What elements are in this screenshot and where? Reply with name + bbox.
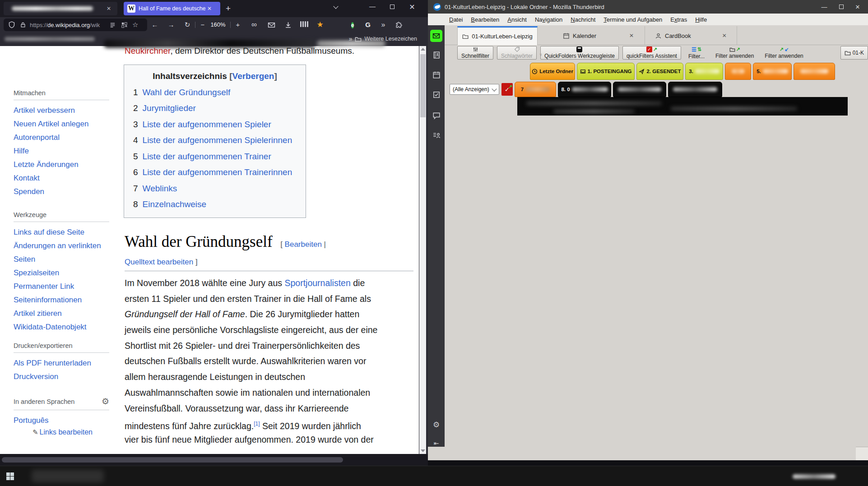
sidebar-link[interactable]: Spenden <box>14 185 109 199</box>
sidebar-link[interactable]: Permanenter Link <box>14 280 109 293</box>
quickfolders-tab[interactable] <box>794 63 835 80</box>
sidebar-link[interactable]: Artikel zitieren <box>14 307 109 320</box>
toc-item[interactable]: 5Liste der aufgenommenen Trainer <box>133 152 306 162</box>
quickfolders-tab[interactable]: 3. <box>685 63 723 80</box>
new-tab-button[interactable]: + <box>226 4 231 14</box>
settings-gear-icon[interactable]: ⚙ <box>430 419 442 431</box>
quickfolders-tab[interactable]: 2. GESENDET <box>636 63 683 80</box>
menu-navigation[interactable]: Navigation <box>531 16 566 23</box>
url-text[interactable]: https://de.wikipedia.org/wik <box>30 22 107 28</box>
window-minimize-button[interactable]: — <box>365 3 380 10</box>
reload-icon[interactable]: ↻ <box>182 20 192 29</box>
quickfilters-assistant-button[interactable]: ✓↗quickFilters Assistent <box>622 46 681 60</box>
reader-mode-icon[interactable] <box>109 22 116 28</box>
schnellfilter-button[interactable]: Schnellfilter <box>457 46 493 60</box>
toc-item[interactable]: 2Jurymitglieder <box>133 103 306 113</box>
edit-source-link[interactable]: Quelltext bearbeiten <box>125 258 193 266</box>
sidebar-link[interactable]: Wikidata-Datenobjekt <box>14 320 109 334</box>
scroll-up-arrow[interactable] <box>421 48 425 51</box>
zoom-out-icon[interactable]: − <box>198 20 208 29</box>
toc-item[interactable]: 3Liste der aufgenommenen Spieler <box>133 120 306 130</box>
quickfolders-tab[interactable]: 1. POSTEINGANG <box>577 63 635 80</box>
tab-cardbook[interactable]: CardBook ✕ <box>650 26 737 45</box>
addressbook-space-button[interactable] <box>430 49 442 61</box>
toc-item[interactable]: 8Einzelnachweise <box>133 199 306 209</box>
filter-anwenden-button-2[interactable]: ↗↙Filter anwenden <box>761 46 807 60</box>
schlagwoerter-button[interactable]: Schlagwörter∨ <box>497 46 537 60</box>
quickfolders-tab[interactable]: 7 <box>515 82 556 97</box>
toc-item[interactable]: 4Liste der aufgenommenen Spielerinnen <box>133 135 306 145</box>
zoom-in-icon[interactable]: + <box>233 20 243 29</box>
collapse-toolbar-icon[interactable]: ⇤ <box>430 437 442 449</box>
tab-mail-folder[interactable]: 01-KulturLeben-Leipzig - <box>457 26 538 45</box>
tab-kalender[interactable]: Kalender ✕ <box>558 26 645 45</box>
quickfolders-tab[interactable]: 5. <box>753 63 792 80</box>
start-button[interactable] <box>6 472 14 480</box>
mail-extension-icon[interactable] <box>266 20 276 29</box>
sidebar-link[interactable]: Seiteninformationen <box>14 293 109 307</box>
fence-extension-icon[interactable] <box>299 20 309 29</box>
window-maximize-button[interactable] <box>385 3 400 10</box>
window-close-button[interactable]: ✕ <box>850 4 865 10</box>
tab-close-icon[interactable]: ✕ <box>629 32 634 39</box>
quickfolders-tab[interactable] <box>668 82 722 97</box>
filter-anwenden-button[interactable]: ↗Filter anwenden <box>712 46 757 60</box>
toc-item[interactable]: 7Weblinks <box>133 184 306 194</box>
quickfolders-category-select[interactable]: (Alle Anzeigen) <box>450 84 499 95</box>
toc-item[interactable]: 1Wahl der Gründungself <box>133 88 306 97</box>
sidebar-link[interactable]: Kontakt <box>14 171 109 185</box>
browser-tab-blurred[interactable]: ✕ <box>4 2 117 15</box>
tasks-space-button[interactable] <box>430 88 442 101</box>
quickfolders-toolbar-button[interactable]: QuickFolders Werkzeugleiste <box>540 46 619 60</box>
quickfolders-tab[interactable] <box>725 63 751 80</box>
menu-datei[interactable]: Datei <box>445 16 467 23</box>
container-grid-icon[interactable] <box>121 22 128 28</box>
downloads-icon[interactable] <box>283 20 293 29</box>
tracking-shield-icon[interactable] <box>8 21 15 28</box>
edit-link[interactable]: Bearbeiten <box>285 240 322 249</box>
ecosia-icon[interactable]: e <box>348 20 357 29</box>
zoom-level[interactable]: 160% <box>209 20 227 29</box>
infinity-extension-icon[interactable]: ∞ <box>249 20 259 29</box>
calendar-space-button[interactable] <box>430 69 442 81</box>
scrollbar-thumb[interactable] <box>2 457 343 463</box>
menu-ansicht[interactable]: Ansicht <box>503 16 531 23</box>
browser-vertical-scrollbar[interactable] <box>419 46 426 454</box>
language-settings-gear-icon[interactable]: ⚙ <box>102 396 109 407</box>
lock-icon[interactable] <box>20 22 26 28</box>
window-close-button[interactable]: ✕ <box>404 3 420 11</box>
scrollbar-thumb[interactable] <box>420 54 426 117</box>
browser-horizontal-scrollbar[interactable] <box>0 454 428 466</box>
quickfolders-tab[interactable] <box>613 82 666 97</box>
quickfolders-tab[interactable]: Letzte Ordner <box>530 63 575 80</box>
sidebar-link[interactable]: Letzte Änderungen <box>14 158 109 171</box>
menu-bearbeiten[interactable]: Bearbeiten <box>467 16 503 23</box>
mail-space-button[interactable] <box>430 30 442 42</box>
sidebar-link[interactable]: Hilfe <box>14 144 109 158</box>
edit-interwiki-link[interactable]: ✎Links bearbeiten <box>14 428 109 436</box>
sidebar-link[interactable]: Artikel verbessern <box>14 104 109 117</box>
speeddial-star-icon[interactable]: ★ <box>315 20 325 29</box>
sidebar-link[interactable]: Autorenportal <box>14 131 109 144</box>
bookmark-star-icon[interactable]: ☆ <box>132 21 138 29</box>
sidebar-link[interactable]: Spezialseiten <box>14 266 109 280</box>
url-bar[interactable]: https://de.wikipedia.org/wik ☆ <box>4 19 147 31</box>
menu-termine-und-aufgaben[interactable]: Termine und Aufgaben <box>599 16 666 23</box>
sidebar-link[interactable]: Als PDF herunterladen <box>14 356 109 370</box>
tab-close-icon[interactable]: ✕ <box>207 5 212 12</box>
chat-space-button[interactable] <box>430 109 442 121</box>
article-link[interactable]: Sportjournalisten <box>284 278 350 288</box>
window-maximize-button[interactable] <box>834 4 849 10</box>
list-all-tabs-icon[interactable] <box>334 5 338 8</box>
google-icon[interactable]: G <box>363 20 373 29</box>
tab-close-icon[interactable]: ✕ <box>107 5 111 12</box>
filter-button[interactable]: ☰⇅Filter... <box>685 46 708 60</box>
quickfilters-icon[interactable]: ✓↗ <box>501 83 513 96</box>
tab-close-icon[interactable]: ✕ <box>722 32 727 39</box>
current-folder-button[interactable]: 01-K <box>840 46 868 60</box>
extensions-puzzle-icon[interactable] <box>394 20 404 29</box>
browser-tab-active[interactable]: W Hall of Fame des deutschen Fuß ✕ <box>124 2 220 15</box>
sidebar-link[interactable]: Links auf diese Seite <box>14 226 109 239</box>
quickfolders-tab[interactable]: 8. 0 <box>558 82 611 97</box>
menu-extras[interactable]: Extras <box>666 16 691 23</box>
